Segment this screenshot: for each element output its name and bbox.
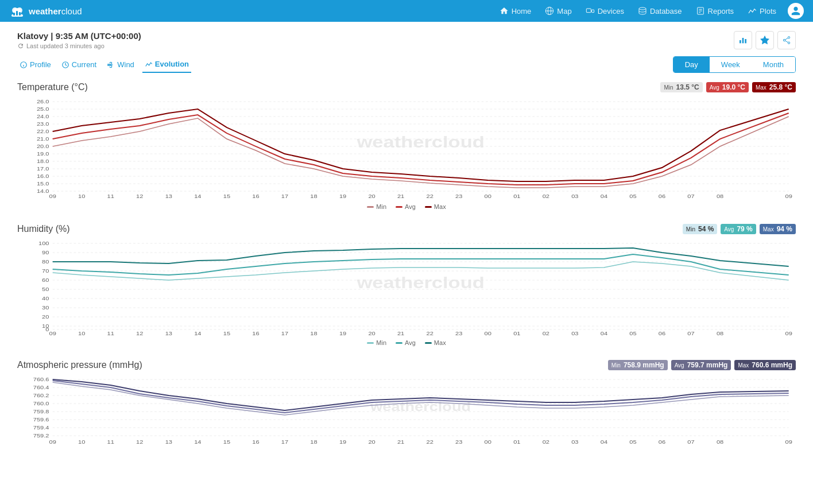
svg-text:09: 09 — [49, 439, 56, 445]
temp-max-badge: Max 25.8 °C — [752, 82, 796, 92]
svg-text:12: 12 — [136, 439, 144, 445]
svg-point-23 — [788, 42, 789, 44]
hum-legend-min: Min — [367, 339, 386, 346]
temperature-title: Temperature (°C) — [17, 82, 88, 92]
svg-text:03: 03 — [571, 331, 579, 336]
favorite-btn[interactable] — [756, 31, 774, 49]
svg-rect-17 — [740, 40, 741, 43]
svg-text:80: 80 — [42, 259, 49, 265]
svg-point-21 — [788, 37, 789, 38]
svg-text:15: 15 — [223, 439, 231, 445]
brand-icon — [9, 3, 25, 19]
svg-text:21: 21 — [397, 331, 405, 336]
pres-min-badge: Min 758.9 mmHg — [608, 360, 668, 370]
svg-rect-11 — [591, 10, 594, 13]
pres-avg-badge: Avg 759.7 mmHg — [671, 360, 731, 370]
svg-text:70: 70 — [42, 268, 49, 274]
nav-links: Home Map Devices Database Reports Plots — [494, 3, 804, 19]
svg-text:760.0: 760.0 — [33, 401, 49, 406]
chart-icon-btn[interactable] — [734, 31, 752, 49]
humidity-legend: Min Avg Max — [17, 339, 796, 346]
svg-text:weathercloud: weathercloud — [356, 274, 484, 292]
svg-text:02: 02 — [543, 331, 550, 336]
svg-text:10: 10 — [78, 193, 86, 199]
svg-text:19: 19 — [339, 331, 347, 336]
svg-text:17: 17 — [281, 439, 289, 445]
svg-text:50: 50 — [42, 286, 49, 292]
period-day[interactable]: Day — [673, 57, 710, 72]
user-avatar[interactable] — [788, 3, 804, 19]
nav-database[interactable]: Database — [632, 4, 688, 18]
hum-legend-max: Max — [425, 339, 446, 346]
pressure-svg: 760.6 760.4 760.2 760.0 759.8 759.6 759.… — [17, 374, 796, 448]
home-icon — [500, 6, 509, 15]
brand-logo[interactable]: weathercloud — [9, 3, 82, 19]
svg-text:15: 15 — [223, 331, 231, 336]
nav-plots[interactable]: Plots — [742, 4, 782, 18]
svg-text:22: 22 — [427, 439, 434, 445]
svg-text:09: 09 — [785, 331, 793, 336]
station-info: Klatovy | 9:35 AM (UTC+00:00) Last updat… — [17, 31, 141, 49]
svg-text:21.0: 21.0 — [37, 136, 49, 142]
svg-text:01: 01 — [513, 439, 521, 445]
svg-text:10: 10 — [78, 331, 86, 336]
nav-devices[interactable]: Devices — [580, 4, 630, 18]
svg-text:06: 06 — [659, 193, 666, 199]
nav-home[interactable]: Home — [494, 4, 537, 18]
svg-text:06: 06 — [659, 331, 666, 336]
svg-text:12: 12 — [136, 193, 144, 199]
pressure-header: Atmospheric pressure (mmHg) Min 758.9 mm… — [17, 360, 796, 370]
svg-text:22: 22 — [427, 331, 434, 336]
svg-text:16: 16 — [252, 193, 260, 199]
svg-text:13: 13 — [165, 439, 173, 445]
svg-text:15.0: 15.0 — [37, 181, 49, 187]
nav-reports[interactable]: Reports — [690, 4, 740, 18]
hum-max-badge: Max 94 % — [760, 224, 796, 234]
database-icon — [638, 6, 647, 15]
temperature-stats: Min 13.5 °C Avg 19.0 °C Max 25.8 °C — [660, 82, 796, 92]
svg-text:14: 14 — [194, 331, 202, 336]
svg-text:00: 00 — [485, 193, 492, 199]
svg-text:30: 30 — [42, 305, 49, 311]
svg-text:09: 09 — [49, 331, 56, 336]
tab-evolution[interactable]: Evolution — [142, 56, 191, 73]
svg-text:08: 08 — [717, 439, 724, 445]
share-btn[interactable] — [777, 31, 796, 49]
svg-text:00: 00 — [485, 331, 492, 336]
svg-text:09: 09 — [785, 439, 793, 445]
svg-text:20: 20 — [368, 331, 375, 336]
tab-wind[interactable]: Wind — [104, 56, 137, 73]
humidity-title: Humidity (%) — [17, 224, 70, 234]
svg-text:03: 03 — [571, 439, 579, 445]
svg-text:23: 23 — [455, 193, 463, 199]
period-week[interactable]: Week — [710, 57, 752, 72]
main-content: Klatovy | 9:35 AM (UTC+00:00) Last updat… — [0, 22, 813, 504]
svg-text:00: 00 — [485, 439, 492, 445]
bar-chart-icon — [738, 36, 748, 45]
svg-text:760.6: 760.6 — [33, 377, 49, 382]
svg-text:17: 17 — [281, 193, 289, 199]
tab-profile[interactable]: Profile — [17, 56, 53, 73]
nav-map[interactable]: Map — [539, 4, 577, 18]
svg-point-12 — [639, 7, 646, 10]
svg-text:11: 11 — [107, 331, 115, 336]
svg-line-25 — [785, 41, 788, 42]
humidity-header: Humidity (%) Min 54 % Avg 79 % Max 94 % — [17, 224, 796, 234]
svg-text:23: 23 — [455, 331, 463, 336]
svg-text:17: 17 — [281, 331, 289, 336]
svg-text:760.4: 760.4 — [33, 385, 49, 390]
temperature-header: Temperature (°C) Min 13.5 °C Avg 19.0 °C… — [17, 82, 796, 92]
svg-text:01: 01 — [513, 193, 521, 199]
period-month[interactable]: Month — [752, 57, 795, 72]
svg-text:03: 03 — [571, 193, 579, 199]
svg-text:07: 07 — [687, 193, 695, 199]
tab-current[interactable]: Current — [59, 56, 99, 73]
brand-text: weathercloud — [29, 6, 82, 16]
svg-text:23: 23 — [455, 439, 463, 445]
svg-text:05: 05 — [629, 331, 637, 336]
period-tabs: Day Week Month — [673, 56, 796, 73]
star-icon — [760, 36, 769, 45]
sub-nav: Profile Current Wind Evolution — [17, 56, 191, 73]
svg-text:90: 90 — [42, 250, 49, 255]
svg-text:19: 19 — [339, 193, 347, 199]
